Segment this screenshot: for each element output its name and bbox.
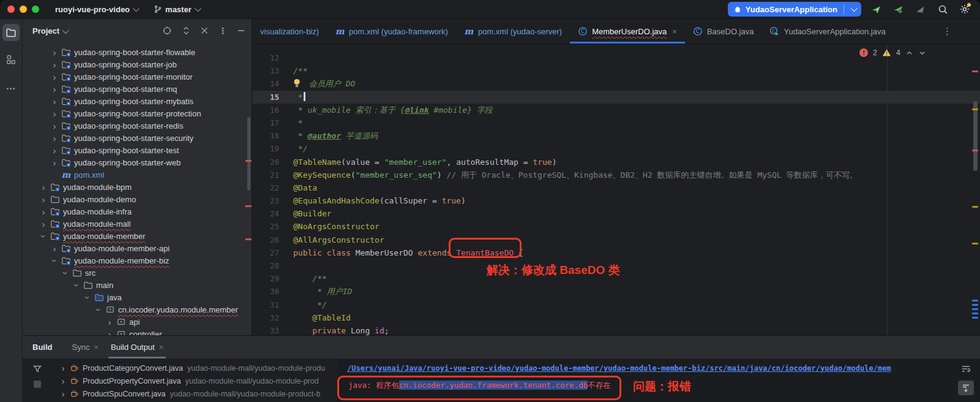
code-line-27[interactable]: 27public class MemberUserDO extends Tena… xyxy=(252,246,980,259)
chevron-right-icon[interactable]: › xyxy=(39,183,48,192)
editor-tab-pom.xml (yudao-server)[interactable]: mpom.xml (yudao-server) xyxy=(456,19,570,44)
locate-opened-file-button[interactable] xyxy=(162,26,172,36)
prev-problem-button[interactable] xyxy=(905,49,913,57)
build-row-ProductCategoryConvert.java[interactable]: ›ProductCategoryConvert.javayudao-module… xyxy=(53,362,338,374)
chevron-down-icon[interactable] xyxy=(848,6,859,13)
code-line-22[interactable]: 22@Data xyxy=(252,181,980,194)
tree-item-yudao-spring-boot-starter-web[interactable]: ›yudao-spring-boot-starter-web xyxy=(23,156,252,169)
chevron-down-icon[interactable]: › xyxy=(50,256,59,265)
search-button[interactable] xyxy=(936,2,949,16)
build-row-ProductPropertyConvert.java[interactable]: ›ProductPropertyConvert.javayudao-module… xyxy=(53,374,338,387)
editor-tab-pom.xml (yudao-framework)[interactable]: mpom.xml (yudao-framework) xyxy=(327,19,456,44)
tree-item-controller[interactable]: ›controller xyxy=(23,328,252,335)
debug-button[interactable] xyxy=(892,2,905,16)
code-line-14[interactable]: 14 会员用户 DO xyxy=(252,77,980,90)
close-window-button[interactable] xyxy=(7,6,15,13)
tree-item-yudao-module-member-api[interactable]: ›yudao-module-member-api xyxy=(23,242,252,254)
hide-panel-button[interactable] xyxy=(237,26,245,35)
tree-scrollbar[interactable] xyxy=(247,117,250,191)
chevron-down-icon[interactable]: › xyxy=(83,292,92,302)
tree-item-yudao-module-demo[interactable]: ›yudao-module-demo xyxy=(23,193,252,205)
code-line-19[interactable]: 19 */ xyxy=(252,142,980,155)
editor-tab-YudaoServerApplication.java[interactable]: CYudaoServerApplication.java xyxy=(761,19,893,44)
project-widget[interactable]: ruoyi-vue-pro-video xyxy=(55,5,138,14)
close-icon[interactable]: × xyxy=(159,343,164,352)
intention-bulb-icon[interactable] xyxy=(293,78,301,88)
code-line-15[interactable]: 15 * xyxy=(252,91,980,104)
tree-item-yudao-spring-boot-starter-monitor[interactable]: ›yudao-spring-boot-starter-monitor xyxy=(23,70,252,83)
editor-tab-BaseDO.java[interactable]: CBaseDO.java xyxy=(685,19,762,44)
chevron-down-icon[interactable]: › xyxy=(72,280,81,290)
tree-item-yudao-module-mall[interactable]: ›yudao-module-mall xyxy=(23,218,252,230)
chevron-right-icon[interactable]: › xyxy=(50,72,59,82)
tree-item-yudao-module-bpm[interactable]: ›yudao-module-bpm xyxy=(23,181,252,193)
filter-button[interactable] xyxy=(32,364,42,374)
more-toolwindows-button[interactable]: … xyxy=(2,78,20,95)
chevron-right-icon[interactable]: › xyxy=(50,244,59,253)
tree-item-pom.xml[interactable]: mpom.xml xyxy=(23,169,252,181)
code-line-20[interactable]: 20@TableName(value = "member_user", auto… xyxy=(252,156,980,169)
tree-item-yudao-module-infra[interactable]: ›yudao-module-infra xyxy=(23,205,252,218)
scroll-to-end-button[interactable] xyxy=(958,381,974,395)
code-line-18[interactable]: 18 * @author 芋道源码 xyxy=(252,129,980,142)
code-line-25[interactable]: 25@NoArgsConstructor xyxy=(252,220,980,233)
options-kebab-button[interactable]: ⋮ xyxy=(219,26,227,36)
tree-item-yudao-spring-boot-starter-mq[interactable]: ›yudao-spring-boot-starter-mq xyxy=(23,83,252,95)
chevron-right-icon[interactable]: › xyxy=(59,376,67,385)
tree-item-yudao-spring-boot-starter-redis[interactable]: ›yudao-spring-boot-starter-redis xyxy=(23,119,252,132)
code-line-33[interactable]: 33 private Long id; xyxy=(252,324,980,335)
code-line-17[interactable]: 17 * xyxy=(252,116,980,129)
tree-item-yudao-spring-boot-starter-test[interactable]: ›yudao-spring-boot-starter-test xyxy=(23,144,252,156)
chevron-right-icon[interactable]: › xyxy=(50,85,59,94)
zoom-window-button[interactable] xyxy=(32,6,39,13)
expand-collapse-button[interactable] xyxy=(182,26,190,36)
chevron-right-icon[interactable]: › xyxy=(59,389,67,398)
tree-item-yudao-spring-boot-starter-protection[interactable]: ›yudao-spring-boot-starter-protection xyxy=(23,107,252,119)
code-line-28[interactable]: 28 xyxy=(252,259,980,272)
chevron-right-icon[interactable]: › xyxy=(50,146,59,155)
vcs-branch-widget[interactable]: master xyxy=(154,5,200,14)
code-line-21[interactable]: 21@KeySequence("member_user_seq") // 用于 … xyxy=(252,169,980,181)
error-stripe[interactable] xyxy=(970,44,980,335)
tab-build-output[interactable]: Build Output × xyxy=(105,336,170,358)
collapse-all-button[interactable] xyxy=(200,26,209,35)
tree-item-yudao-module-member-biz[interactable]: ›yudao-module-member-biz xyxy=(23,254,252,267)
chevron-down-icon[interactable]: › xyxy=(61,268,70,278)
project-toolwindow-button[interactable] xyxy=(2,24,20,41)
code-line-26[interactable]: 26@AllArgsConstructor xyxy=(252,233,980,246)
tree-item-java[interactable]: ›java xyxy=(23,291,252,303)
chevron-right-icon[interactable]: › xyxy=(59,363,67,373)
chevron-right-icon[interactable]: › xyxy=(39,195,48,204)
settings-button[interactable] xyxy=(958,2,971,16)
run-button[interactable] xyxy=(870,2,883,16)
file-path-link[interactable]: /Users/yunai/Java/ruoyi-vue-pro-video/yu… xyxy=(347,364,980,373)
structure-toolwindow-button[interactable] xyxy=(2,51,20,68)
minimize-window-button[interactable] xyxy=(20,6,27,13)
tree-item-yudao-spring-boot-starter-security[interactable]: ›yudao-spring-boot-starter-security xyxy=(23,132,252,144)
code-line-24[interactable]: 24@Builder xyxy=(252,207,980,220)
editor-tab-visualization-biz)[interactable]: visualization-biz) xyxy=(252,19,327,44)
chevron-down-icon[interactable]: › xyxy=(94,305,103,314)
chevron-right-icon[interactable]: › xyxy=(50,48,59,57)
next-problem-button[interactable] xyxy=(918,49,926,57)
chevron-right-icon[interactable]: › xyxy=(105,317,114,327)
tree-item-api[interactable]: ›api xyxy=(23,316,252,328)
chevron-right-icon[interactable]: › xyxy=(105,330,114,336)
chevron-down-icon[interactable]: › xyxy=(39,231,48,241)
code-line-13[interactable]: 13/** xyxy=(252,64,980,77)
tree-item-yudao-spring-boot-starter-mybatis[interactable]: ›yudao-spring-boot-starter-mybatis xyxy=(23,95,252,107)
chevron-right-icon[interactable]: › xyxy=(50,97,59,106)
tree-item-yudao-spring-boot-starter-job[interactable]: ›yudao-spring-boot-starter-job xyxy=(23,58,252,70)
tree-item-yudao-module-member[interactable]: ›yudao-module-member xyxy=(23,230,252,242)
code-line-32[interactable]: 32 @TableId xyxy=(252,311,980,324)
stop-button[interactable] xyxy=(34,381,41,388)
tab-sync[interactable]: Sync × xyxy=(66,336,105,358)
tabs-more-kebab-button[interactable]: ⋮ xyxy=(943,26,952,37)
soft-wrap-button[interactable] xyxy=(958,362,974,376)
code-line-29[interactable]: 29 /** xyxy=(252,272,980,285)
tree-item-yudao-spring-boot-starter-flowable[interactable]: ›yudao-spring-boot-starter-flowable xyxy=(23,46,252,58)
run-configuration-widget[interactable]: YudaoServerApplication xyxy=(728,2,861,17)
chevron-right-icon[interactable]: › xyxy=(39,219,48,229)
chevron-right-icon[interactable]: › xyxy=(50,121,59,131)
chevron-right-icon[interactable]: › xyxy=(50,134,59,143)
